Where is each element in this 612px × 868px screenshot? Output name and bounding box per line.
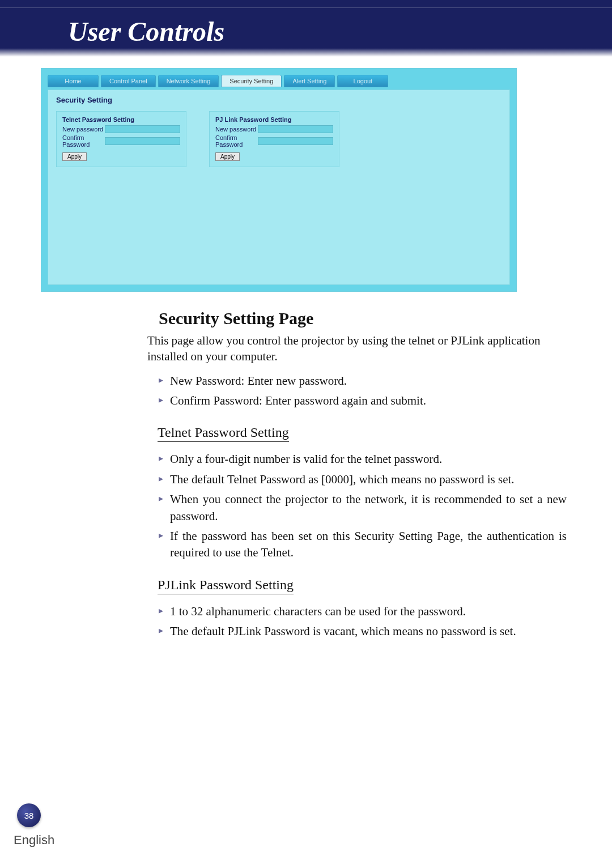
- list-item: New Password: Enter new password.: [159, 373, 567, 389]
- language-label: English: [14, 833, 54, 848]
- top-bullet-list: New Password: Enter new password. Confir…: [147, 373, 567, 410]
- telnet-new-password-input[interactable]: [105, 125, 180, 133]
- tab-network-setting[interactable]: Network Setting: [158, 75, 219, 87]
- panel-title: Security Setting: [56, 96, 502, 104]
- pjlink-heading: PJLink Password Setting: [158, 577, 294, 594]
- page-number-badge: 38: [17, 803, 41, 827]
- pjlink-bullet-list: 1 to 32 alphanumeric characters can be u…: [147, 603, 567, 640]
- list-item: Only a four-digit number is valid for th…: [159, 451, 567, 467]
- telnet-block: Telnet Password Setting New password Con…: [56, 111, 186, 167]
- telnet-confirm-password-input[interactable]: [105, 137, 180, 145]
- telnet-block-title: Telnet Password Setting: [62, 116, 180, 123]
- list-item: If the password has been set on this Sec…: [159, 528, 567, 561]
- intro-paragraph: This page allow you control the projecto…: [147, 333, 567, 365]
- tab-security-setting[interactable]: Security Setting: [221, 75, 282, 87]
- pjlink-new-password-input[interactable]: [258, 125, 333, 133]
- tab-alert-setting[interactable]: Alert Setting: [284, 75, 335, 87]
- telnet-confirm-password-label: Confirm Password: [62, 134, 105, 148]
- list-item: The default PJLink Password is vacant, w…: [159, 623, 567, 640]
- pjlink-apply-button[interactable]: Apply: [215, 152, 240, 161]
- tab-logout[interactable]: Logout: [337, 75, 388, 87]
- body-content: Security Setting Page This page allow yo…: [147, 309, 567, 640]
- telnet-bullet-list: Only a four-digit number is valid for th…: [147, 451, 567, 561]
- security-panel: Security Setting Telnet Password Setting…: [48, 90, 510, 285]
- list-item: 1 to 32 alphanumeric characters can be u…: [159, 603, 567, 620]
- tab-bar: Home Control Panel Network Setting Secur…: [48, 75, 388, 87]
- chapter-header: User Controls: [0, 0, 612, 57]
- telnet-apply-button[interactable]: Apply: [62, 152, 87, 161]
- list-item: The default Telnet Password as [0000], w…: [159, 471, 567, 488]
- list-item: Confirm Password: Enter password again a…: [159, 393, 567, 409]
- pjlink-block: PJ Link Password Setting New password Co…: [209, 111, 339, 167]
- telnet-new-password-label: New password: [62, 126, 105, 133]
- pjlink-block-title: PJ Link Password Setting: [215, 116, 333, 123]
- embedded-screenshot: Home Control Panel Network Setting Secur…: [41, 68, 517, 292]
- section-title: Security Setting Page: [159, 309, 567, 328]
- pjlink-new-password-label: New password: [215, 126, 258, 133]
- pjlink-confirm-password-input[interactable]: [258, 137, 333, 145]
- telnet-heading: Telnet Password Setting: [158, 425, 289, 442]
- list-item: When you connect the projector to the ne…: [159, 491, 567, 525]
- tab-home[interactable]: Home: [48, 75, 99, 87]
- tab-control-panel[interactable]: Control Panel: [101, 75, 156, 87]
- chapter-title: User Controls: [68, 16, 224, 47]
- pjlink-confirm-password-label: Confirm Password: [215, 134, 258, 148]
